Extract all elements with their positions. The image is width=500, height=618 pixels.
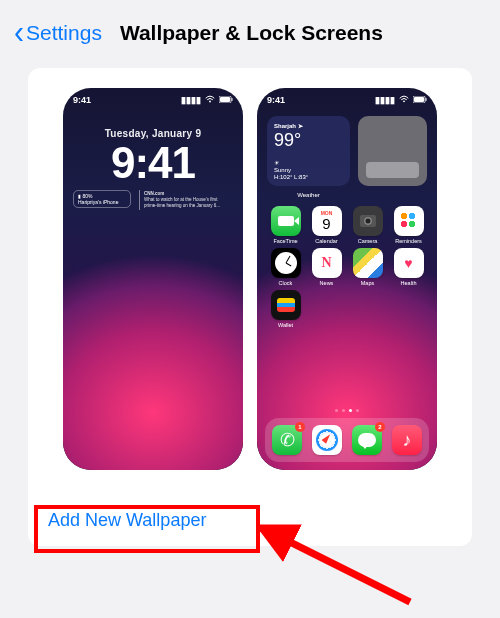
- svg-rect-6: [414, 97, 424, 102]
- messages-icon: 2: [352, 425, 382, 455]
- status-bar: 9:41 ▮▮▮▮: [63, 95, 243, 105]
- app-calendar: MON9Calendar: [308, 206, 345, 244]
- status-time: 9:41: [267, 95, 285, 105]
- page-title: Wallpaper & Lock Screens: [120, 21, 383, 45]
- lock-widget-news: CNN.com What to watch for at the House's…: [139, 190, 233, 210]
- lock-widget-battery: ▮ 80% Haripriya's iPhone: [73, 190, 131, 208]
- lock-time: 9:41: [63, 138, 243, 188]
- maps-icon: [353, 248, 383, 278]
- nav-bar: ‹ Settings Wallpaper & Lock Screens: [0, 0, 500, 68]
- battery-icon: [413, 95, 427, 105]
- lock-screen-preview[interactable]: 9:41 ▮▮▮▮ Tuesday, January 9 9:41 ▮ 80% …: [63, 88, 243, 470]
- status-bar: 9:41 ▮▮▮▮: [257, 95, 437, 105]
- svg-rect-3: [232, 98, 233, 101]
- weather-widget: Sharjah ➤ 99° ☀ Sunny H:102° L:83° Weath…: [267, 116, 350, 186]
- facetime-icon: [271, 206, 301, 236]
- lock-widgets: ▮ 80% Haripriya's iPhone CNN.com What to…: [73, 190, 233, 210]
- back-button[interactable]: ‹ Settings: [14, 18, 102, 48]
- location-arrow-icon: ➤: [298, 123, 303, 129]
- svg-point-0: [209, 100, 211, 102]
- app-reminders: Reminders: [390, 206, 427, 244]
- svg-line-8: [280, 537, 410, 602]
- app-news: News: [308, 248, 345, 286]
- signal-icon: ▮▮▮▮: [375, 95, 395, 105]
- phone-icon: 1: [272, 425, 302, 455]
- wifi-icon: [399, 95, 409, 105]
- wallpaper-card: 9:41 ▮▮▮▮ Tuesday, January 9 9:41 ▮ 80% …: [28, 68, 472, 546]
- svg-rect-7: [426, 98, 427, 101]
- camera-icon: [353, 206, 383, 236]
- svg-rect-2: [220, 97, 230, 102]
- news-icon: [312, 248, 342, 278]
- sun-icon: ☀: [274, 160, 279, 166]
- music-icon: [392, 425, 422, 455]
- phone-badge: 1: [295, 422, 305, 432]
- add-wallpaper-button[interactable]: Add New Wallpaper: [46, 504, 208, 537]
- dock: 1 2: [265, 418, 429, 462]
- wallet-icon: [271, 290, 301, 320]
- messages-badge: 2: [375, 422, 385, 432]
- back-label: Settings: [26, 21, 102, 45]
- add-wallpaper-row: Add New Wallpaper: [44, 494, 456, 546]
- health-icon: [394, 248, 424, 278]
- calendar-icon: MON9: [312, 206, 342, 236]
- page-dots: [257, 409, 437, 412]
- svg-point-4: [403, 100, 405, 102]
- app-facetime: FaceTime: [267, 206, 304, 244]
- app-clock: Clock: [267, 248, 304, 286]
- reminders-icon: [394, 206, 424, 236]
- app-grid: FaceTime MON9Calendar Camera Reminders C…: [267, 206, 427, 328]
- home-screen-preview[interactable]: 9:41 ▮▮▮▮ Sharjah ➤ 99° ☀: [257, 88, 437, 470]
- app-camera: Camera: [349, 206, 386, 244]
- photos-widget: Photos: [358, 116, 427, 186]
- app-health: Health: [390, 248, 427, 286]
- battery-icon: [219, 95, 233, 105]
- clock-icon: [271, 248, 301, 278]
- app-wallet: Wallet: [267, 290, 304, 328]
- wifi-icon: [205, 95, 215, 105]
- app-maps: Maps: [349, 248, 386, 286]
- chevron-left-icon: ‹: [14, 16, 24, 49]
- signal-icon: ▮▮▮▮: [181, 95, 201, 105]
- safari-icon: [312, 425, 342, 455]
- status-time: 9:41: [73, 95, 91, 105]
